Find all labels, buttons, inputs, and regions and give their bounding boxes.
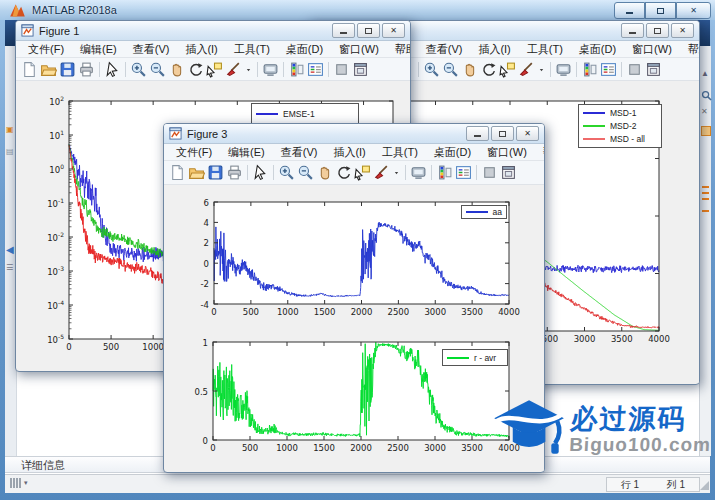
open-file-icon[interactable]: [188, 164, 205, 181]
new-file-icon[interactable]: [169, 164, 186, 181]
figure1-titlebar[interactable]: Figure 1 ✕: [16, 21, 410, 41]
rotate-3d-icon[interactable]: [480, 61, 497, 78]
figure3-titlebar[interactable]: Figure 3 ✕: [164, 124, 544, 144]
data-cursor-icon[interactable]: [354, 164, 371, 181]
figure-msd-close-button[interactable]: ✕: [671, 23, 694, 38]
menu-item-5[interactable]: 桌面(D): [571, 42, 624, 57]
pan-icon[interactable]: [461, 61, 478, 78]
dropdown-icon[interactable]: [392, 164, 401, 181]
print-icon[interactable]: [226, 164, 243, 181]
brush-icon[interactable]: [518, 61, 535, 78]
brush-icon[interactable]: [373, 164, 390, 181]
save-icon[interactable]: [207, 164, 224, 181]
left-strip-orange-icon[interactable]: ▣: [6, 126, 14, 134]
menu-item-7[interactable]: 帮助(H): [535, 145, 545, 160]
scroll-up-icon[interactable]: ▲: [701, 70, 709, 78]
menu-item-3[interactable]: 插入(I): [325, 145, 373, 160]
link-plot-icon[interactable]: [410, 164, 427, 181]
insert-legend-icon[interactable]: [600, 61, 617, 78]
figure1-minimize-button[interactable]: [332, 23, 355, 38]
figure1-legend[interactable]: EMSE-1: [251, 103, 359, 125]
save-icon[interactable]: [59, 61, 76, 78]
menu-item-3[interactable]: 插入(I): [470, 42, 518, 57]
rotate-3d-icon[interactable]: [335, 164, 352, 181]
matlab-main-titlebar[interactable]: MATLAB R2018a ✕: [0, 0, 715, 20]
insert-colorbar-icon[interactable]: [288, 61, 305, 78]
menu-item-3[interactable]: 插入(I): [177, 42, 225, 57]
pan-icon[interactable]: [316, 164, 333, 181]
scroll-marker[interactable]: [702, 186, 709, 188]
menu-item-7[interactable]: 帮助(H): [387, 42, 411, 57]
zoom-in-icon[interactable]: [130, 61, 147, 78]
dropdown-icon[interactable]: [244, 61, 253, 78]
menu-item-4[interactable]: 工具(T): [374, 145, 426, 160]
main-minimize-button[interactable]: [614, 2, 645, 19]
dock-window-icon[interactable]: [645, 61, 662, 78]
data-cursor-icon[interactable]: [499, 61, 516, 78]
menu-item-5[interactable]: 桌面(D): [426, 145, 479, 160]
panel-list-icon[interactable]: ☰: [6, 264, 13, 272]
menu-item-2[interactable]: 查看(V): [418, 42, 471, 57]
close-panel-icon[interactable]: ✕: [701, 108, 708, 116]
print-icon[interactable]: [78, 61, 95, 78]
zoom-in-icon[interactable]: [423, 61, 440, 78]
menu-item-1[interactable]: 编辑(E): [72, 42, 125, 57]
left-strip-gray-icon[interactable]: ▤: [6, 148, 14, 156]
edit-arrow-icon[interactable]: [104, 61, 121, 78]
menu-item-6[interactable]: 窗口(W): [479, 145, 535, 160]
figure3-plots[interactable]: 050010001500200025003000350040006420-2-4…: [165, 186, 545, 471]
zoom-in-icon[interactable]: [278, 164, 295, 181]
rotate-3d-icon[interactable]: [187, 61, 204, 78]
dropdown-icon[interactable]: [537, 61, 546, 78]
scroll-marker[interactable]: [702, 192, 709, 194]
menu-item-6[interactable]: 窗口(W): [331, 42, 387, 57]
collapse-panel-arrow-icon[interactable]: ◀: [6, 246, 14, 254]
marker-square-icon[interactable]: [701, 126, 711, 136]
zoom-out-icon[interactable]: [297, 164, 314, 181]
figure1-maximize-button[interactable]: [357, 23, 380, 38]
open-file-icon[interactable]: [40, 61, 57, 78]
link-plot-icon[interactable]: [555, 61, 572, 78]
figure1-close-button[interactable]: ✕: [382, 23, 405, 38]
figure-msd-maximize-button[interactable]: [646, 23, 669, 38]
menu-item-6[interactable]: 窗口(W): [624, 42, 680, 57]
figure-msd-minimize-button[interactable]: [621, 23, 644, 38]
link-plot-icon[interactable]: [262, 61, 279, 78]
dock-square-icon[interactable]: [481, 164, 498, 181]
brush-icon[interactable]: [225, 61, 242, 78]
insert-legend-icon[interactable]: [307, 61, 324, 78]
insert-legend-icon[interactable]: [455, 164, 472, 181]
zoom-out-icon[interactable]: [442, 61, 459, 78]
menu-item-7[interactable]: 帮助(H): [680, 42, 700, 57]
pan-icon[interactable]: [168, 61, 185, 78]
insert-colorbar-icon[interactable]: [581, 61, 598, 78]
menu-item-5[interactable]: 桌面(D): [278, 42, 331, 57]
resize-grip[interactable]: [700, 481, 709, 490]
figure3-close-button[interactable]: ✕: [516, 126, 539, 141]
figure3-maximize-button[interactable]: [491, 126, 514, 141]
dock-window-icon[interactable]: [500, 164, 517, 181]
search-icon[interactable]: [701, 90, 712, 101]
figure3-minimize-button[interactable]: [466, 126, 489, 141]
menu-item-4[interactable]: 工具(T): [519, 42, 571, 57]
dock-square-icon[interactable]: [626, 61, 643, 78]
insert-colorbar-icon[interactable]: [436, 164, 453, 181]
msd-legend[interactable]: MSD-1MSD-2MSD - all: [578, 104, 662, 148]
figure3-top-legend[interactable]: aa: [461, 205, 507, 219]
menu-item-1[interactable]: 编辑(E): [220, 145, 273, 160]
data-cursor-icon[interactable]: [206, 61, 223, 78]
figure3-bottom-legend[interactable]: r - avr: [442, 349, 508, 366]
new-file-icon[interactable]: [21, 61, 38, 78]
figure3-window[interactable]: Figure 3 ✕ 文件(F)编辑(E)查看(V)插入(I)工具(T)桌面(D…: [163, 123, 545, 473]
zoom-out-icon[interactable]: [149, 61, 166, 78]
menu-item-0[interactable]: 文件(F): [168, 145, 220, 160]
scroll-marker[interactable]: [702, 198, 709, 200]
menu-item-2[interactable]: 查看(V): [125, 42, 178, 57]
edit-arrow-icon[interactable]: [252, 164, 269, 181]
status-grip[interactable]: ▾: [10, 478, 28, 488]
menu-item-2[interactable]: 查看(V): [273, 145, 326, 160]
main-close-button[interactable]: ✕: [676, 2, 711, 19]
main-maximize-button[interactable]: [645, 2, 676, 19]
menu-item-0[interactable]: 文件(F): [20, 42, 72, 57]
menu-item-4[interactable]: 工具(T): [226, 42, 278, 57]
